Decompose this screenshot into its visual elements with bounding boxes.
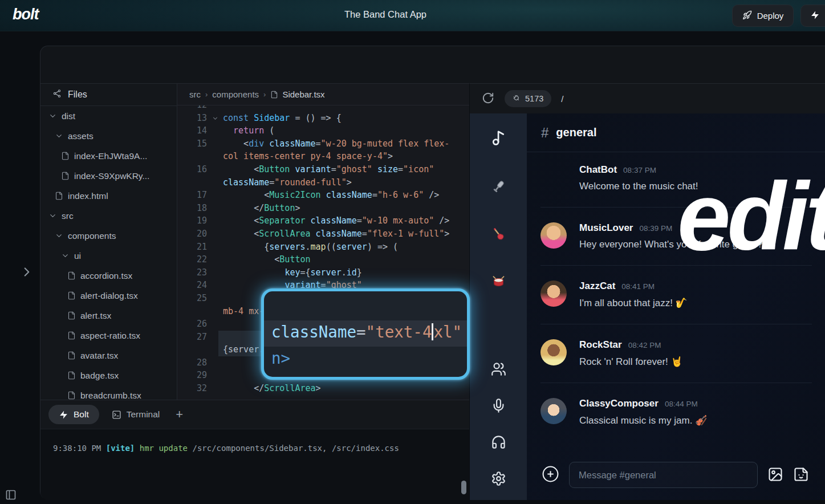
guitar-emoji-icon[interactable]: [491, 226, 506, 242]
tree-file-aspect-ratio-tsx[interactable]: aspect-ratio.tsx: [40, 326, 177, 346]
timestamp: 08:44 PM: [665, 400, 698, 408]
tree-file-index-s9xpwkry-[interactable]: index-S9XpwKRy...: [40, 166, 177, 186]
settings-icon[interactable]: [491, 471, 506, 486]
port-number: 5173: [525, 94, 543, 103]
tree-file-index-html[interactable]: index.html: [40, 186, 177, 206]
message-input[interactable]: [569, 462, 758, 488]
magnified-code: className="text-4xl": [271, 323, 462, 341]
line-number: 22: [185, 253, 207, 266]
terminal-tab-terminal[interactable]: Terminal: [112, 405, 160, 424]
breadcrumb-separator: ›: [205, 90, 208, 99]
line-number: 13: [185, 112, 207, 125]
preview-url-bar: 5173 /: [470, 84, 825, 113]
breadcrumb-file[interactable]: Sidebar.tsx: [270, 90, 324, 99]
tree-label: alert-dialog.tsx: [80, 291, 138, 301]
microphone-emoji-icon[interactable]: [491, 179, 506, 194]
code-line: 18 </Button>: [177, 202, 469, 215]
files-header-label: Files: [68, 90, 87, 100]
tree-folder-ui[interactable]: ui: [40, 246, 177, 266]
terminal-text: 9:38:10 PM: [53, 444, 106, 453]
chevron-down-icon: [48, 212, 57, 220]
terminal-text: hmr update: [135, 444, 192, 453]
timestamp: 08:39 PM: [639, 224, 672, 233]
tree-file-index-ehjwta9a-[interactable]: index-EhJWta9A...: [40, 146, 177, 166]
fold-chevron-icon[interactable]: [212, 112, 219, 125]
tree-folder-components[interactable]: components: [40, 226, 177, 246]
timestamp: 08:37 PM: [623, 166, 656, 174]
message-header: JazzCat08:41 PM: [579, 281, 688, 292]
tree-file-accordion-tsx[interactable]: accordion.tsx: [40, 266, 177, 286]
username: RockStar: [579, 339, 622, 351]
port-badge[interactable]: 5173: [505, 90, 551, 107]
image-icon[interactable]: [767, 466, 783, 484]
zap-icon: [59, 410, 68, 420]
add-terminal-button[interactable]: +: [172, 408, 186, 421]
username: ChatBot: [579, 164, 617, 176]
line-number: 28: [185, 356, 207, 369]
line-number: 17: [185, 189, 207, 202]
terminal-output[interactable]: 9:38:10 PM [vite] hmr update /src/compon…: [40, 429, 469, 500]
terminal-tab-bolt[interactable]: Bolt: [48, 405, 99, 424]
line-number: 19: [185, 214, 207, 227]
tree-label: components: [68, 231, 116, 241]
terminal-text: /src/components/Sidebar.tsx, /src/index.…: [192, 444, 399, 453]
code-line: 20 <ScrollArea className="flex-1 w-full"…: [177, 227, 469, 241]
tree-file-avatar-tsx[interactable]: avatar.tsx: [40, 346, 177, 365]
tree-folder-dist[interactable]: dist: [40, 106, 177, 126]
file-icon: [67, 331, 76, 340]
code-text: <Separator className="w-10 mx-auto" />: [223, 214, 449, 227]
chat-message: ClassyComposer08:44 PMClassical music is…: [540, 383, 812, 441]
tree-label: dist: [62, 111, 75, 121]
tree-file-breadcrumb-tsx[interactable]: breadcrumb.tsx: [40, 385, 177, 400]
code-line: 23 key={server.id}: [177, 266, 469, 279]
url-path[interactable]: /: [561, 94, 563, 104]
code-text: const Sidebar = () => {: [223, 112, 342, 125]
tree-file-badge-tsx[interactable]: badge.tsx: [40, 365, 177, 385]
breadcrumb-item[interactable]: src: [189, 90, 201, 99]
tree-folder-assets[interactable]: assets: [40, 126, 177, 146]
project-title: The Band Chat App: [0, 9, 771, 20]
expand-sidebar-chevron-icon[interactable]: [19, 263, 34, 281]
headphones-icon[interactable]: [491, 434, 506, 450]
chevron-down-icon: [61, 251, 70, 260]
terminal-scrollbar-thumb[interactable]: [461, 481, 466, 494]
channel-header: # general: [527, 113, 825, 152]
tree-folder-src[interactable]: src: [40, 206, 177, 226]
breadcrumb-item[interactable]: components: [212, 90, 259, 99]
terminal-text: [vite]: [106, 444, 135, 453]
drum-emoji-icon[interactable]: [491, 274, 506, 289]
file-icon: [67, 271, 76, 280]
rocket-icon: [742, 10, 752, 22]
mic-icon[interactable]: [491, 398, 506, 413]
code-line: 13const Sidebar = () => {: [177, 112, 469, 125]
file-icon: [67, 391, 76, 400]
file-icon: [67, 351, 76, 360]
deploy-button[interactable]: Deploy: [732, 5, 794, 27]
panel-left-toggle-icon[interactable]: [5, 489, 17, 501]
workbench-panel: Files distassetsindex-EhJWta9A...index-S…: [40, 46, 825, 499]
code-text: </Button>: [223, 202, 300, 215]
zoom-magnifier-overlay: className="text-4xl" n>: [261, 288, 470, 380]
users-icon[interactable]: [491, 361, 506, 377]
file-icon: [67, 291, 76, 300]
terminal-tabs: BoltTerminal+: [40, 400, 469, 429]
sticker-icon[interactable]: [793, 466, 809, 484]
chevron-down-icon: [55, 231, 63, 240]
code-text: </ScrollArea>: [223, 382, 321, 395]
tree-file-alert-tsx[interactable]: alert.tsx: [40, 306, 177, 326]
plus-circle-icon[interactable]: [542, 465, 559, 485]
code-line: 19 <Separator className="w-10 mx-auto" /…: [177, 214, 469, 227]
line-number: 24: [185, 279, 207, 292]
avatar: [540, 222, 567, 249]
code-text: {servers.map((server) => (: [223, 241, 398, 254]
file-icon: [55, 192, 63, 200]
music-note-icon[interactable]: [489, 128, 508, 147]
app-window: bolt The Band Chat App Deploy C Files di…: [0, 0, 825, 504]
line-number: 32: [185, 382, 207, 395]
tree-file-alert-dialog-tsx[interactable]: alert-dialog.tsx: [40, 286, 177, 306]
chevron-down-icon: [55, 132, 63, 140]
clipped-action-button[interactable]: C: [800, 5, 825, 27]
files-header: Files: [40, 84, 177, 106]
tree-label: badge.tsx: [80, 371, 119, 381]
refresh-icon[interactable]: [481, 92, 495, 105]
